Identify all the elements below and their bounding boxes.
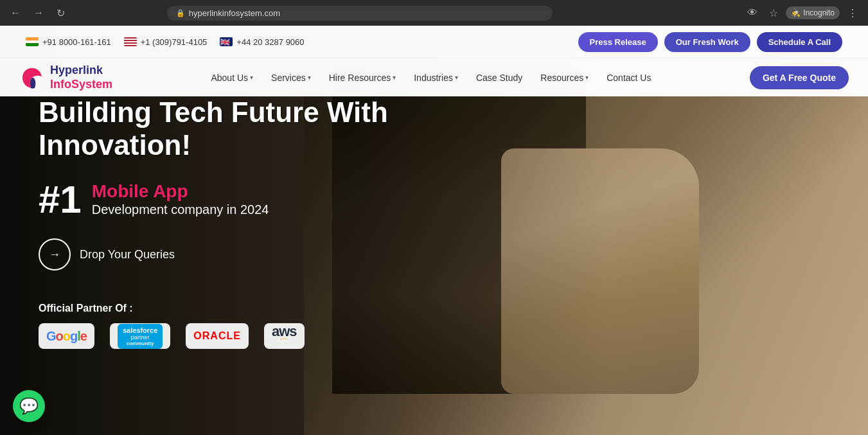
refresh-button[interactable]: ↻ <box>53 4 69 22</box>
forward-button[interactable]: → <box>30 4 48 21</box>
rank-desc: Development company in 2024 <box>92 202 269 217</box>
logo-text: Hyperlink InfoSystem <box>50 64 112 91</box>
rank-label: Mobile App <box>92 181 269 202</box>
menu-button[interactable]: ⋮ <box>844 4 862 22</box>
contact-usa: +1 (309)791-4105 <box>124 37 208 47</box>
salesforce-logo: salesforce partner community <box>110 323 170 349</box>
rank-details: Mobile App Development company in 2024 <box>92 181 269 217</box>
browser-actions: 👁 ☆ 🕵 Incognito ⋮ <box>743 4 862 22</box>
schedule-call-button[interactable]: Schedule A Call <box>757 32 842 52</box>
phone-india: +91 8000-161-161 <box>42 37 111 47</box>
drop-queries-button[interactable]: → Drop Your Queries <box>39 238 388 271</box>
whatsapp-icon: 💬 <box>19 397 39 415</box>
eye-slash-icon[interactable]: 👁 <box>743 4 761 21</box>
chevron-down-icon: ▾ <box>585 74 589 81</box>
nav-hire[interactable]: Hire Resources ▾ <box>321 67 403 88</box>
hero-content: Building Tech Future With Innovation! #1… <box>39 96 388 349</box>
phone-usa: +1 (309)791-4105 <box>141 37 208 47</box>
phone-uk: +44 20 3287 9060 <box>236 37 304 47</box>
hero-rank: #1 Mobile App Development company in 202… <box>39 181 388 219</box>
contact-uk: 🇬🇧 +44 20 3287 9060 <box>220 37 304 47</box>
url-text: hyperlinkinfosystem.com <box>189 8 280 18</box>
top-bar: +91 8000-161-161 +1 (309)791-4105 🇬🇧 +44… <box>0 26 868 58</box>
contact-info: +91 8000-161-161 +1 (309)791-4105 🇬🇧 +44… <box>26 37 305 47</box>
partners-logos: Google salesforce partner community ORAC… <box>39 323 388 349</box>
aws-logo: aws ⌒ <box>264 323 305 349</box>
nav-about[interactable]: About Us ▾ <box>203 67 261 88</box>
logo-hyperlink: Hyperlink <box>50 64 112 78</box>
incognito-badge: 🕵 Incognito <box>786 6 840 19</box>
incognito-label: Incognito <box>803 8 835 17</box>
back-button[interactable]: ← <box>6 4 24 21</box>
chevron-down-icon: ▾ <box>308 74 311 81</box>
nav-case-study[interactable]: Case Study <box>468 67 530 88</box>
chevron-down-icon: ▾ <box>455 74 458 81</box>
flag-usa-icon <box>124 37 137 46</box>
google-logo: Google <box>39 323 94 349</box>
address-bar[interactable]: 🔒 hyperlinkinfosystem.com <box>167 6 553 21</box>
logo[interactable]: Hyperlink InfoSystem <box>19 64 112 91</box>
svg-point-0 <box>26 71 31 76</box>
chevron-down-icon: ▾ <box>393 74 396 81</box>
bookmark-icon[interactable]: ☆ <box>765 4 782 22</box>
contact-india: +91 8000-161-161 <box>26 37 111 47</box>
logo-icon <box>19 65 45 91</box>
nav-resources[interactable]: Resources ▾ <box>533 67 596 88</box>
fresh-work-button[interactable]: Our Fresh Work <box>664 32 750 52</box>
rank-number: #1 <box>39 181 82 219</box>
logo-infosystem: InfoSystem <box>50 78 112 92</box>
free-quote-button[interactable]: Get A Free Quote <box>750 66 849 89</box>
press-release-button[interactable]: Press Release <box>578 32 658 52</box>
whatsapp-button[interactable]: 💬 <box>13 390 45 422</box>
nav-links: About Us ▾ Services ▾ Hire Resources ▾ I… <box>203 67 659 88</box>
drop-queries-text: Drop Your Queries <box>80 248 175 262</box>
nav-contact[interactable]: Contact Us <box>599 67 659 88</box>
incognito-icon: 🕵 <box>791 8 801 17</box>
main-nav: Hyperlink InfoSystem About Us ▾ Services… <box>0 58 868 96</box>
partners-section: Official Partner Of : Google salesforce … <box>39 303 388 349</box>
website: +91 8000-161-161 +1 (309)791-4105 🇬🇧 +44… <box>0 26 868 435</box>
top-bar-right: Press Release Our Fresh Work Schedule A … <box>578 32 843 52</box>
oracle-logo: ORACLE <box>186 323 249 349</box>
flag-india-icon <box>26 37 39 46</box>
partners-label: Official Partner Of : <box>39 303 388 314</box>
lock-icon: 🔒 <box>176 9 185 17</box>
chevron-down-icon: ▾ <box>250 74 253 81</box>
hero-title: Building Tech Future With Innovation! <box>39 96 388 161</box>
nav-industries[interactable]: Industries ▾ <box>406 67 466 88</box>
nav-services[interactable]: Services ▾ <box>263 67 319 88</box>
flag-uk-icon: 🇬🇧 <box>220 37 233 46</box>
circle-arrow-icon: → <box>39 238 71 271</box>
browser-chrome: ← → ↻ 🔒 hyperlinkinfosystem.com 👁 ☆ 🕵 In… <box>0 0 868 26</box>
